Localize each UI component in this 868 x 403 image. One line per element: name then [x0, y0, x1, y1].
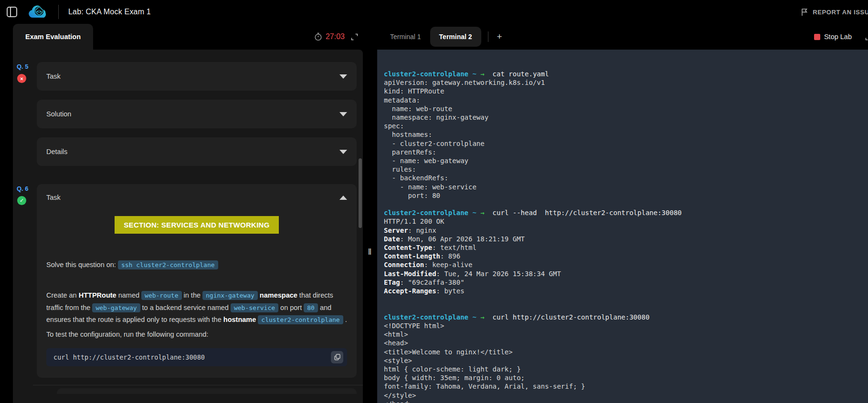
page-title: Lab: CKA Mock Exam 1	[68, 8, 151, 16]
terminal-line: cluster2-controlplane ~ → cat route.yaml	[384, 70, 865, 78]
terminal-line: name: web-route	[384, 104, 865, 113]
terminal-line: apiVersion: gateway.networking.k8s.io/v1	[384, 78, 865, 87]
terminal-line: Date: Mon, 06 Apr 2026 18:21:19 GMT	[384, 235, 865, 243]
terminal-line	[384, 295, 865, 304]
accordion-task-q6-expanded: Task SECTION: SERVICES AND NETWORKING So…	[37, 184, 357, 378]
chevron-down-icon	[339, 74, 347, 79]
terminal-line: </style>	[384, 391, 865, 400]
inline-code-chip: 80	[304, 303, 318, 312]
terminal-line: rules:	[384, 165, 865, 174]
text-segment: .	[343, 316, 347, 323]
sidebar-toggle-icon[interactable]	[7, 7, 17, 17]
inline-code-chip: web-gateway	[92, 303, 140, 312]
terminal-line: <title>Welcome to nginx!</title>	[384, 348, 865, 356]
question-list: Q. 5 × Task Solution Details	[13, 50, 363, 403]
prompt-path: ~	[472, 313, 480, 321]
command-text: curl http://cluster2-controlplane:30080	[53, 353, 205, 361]
terminal-line: hostnames:	[384, 130, 865, 139]
flag-icon	[801, 8, 808, 16]
accordion-task-q5[interactable]: Task	[37, 62, 357, 91]
question-5-fail-icon: ×	[17, 74, 26, 83]
topbar: <> Lab: CKA Mock Exam 1 REPORT AN ISSUE	[0, 0, 868, 24]
terminal-line: Connection: keep-alive	[384, 260, 865, 269]
report-issue-label: REPORT AN ISSUE	[813, 9, 868, 16]
terminal-line: <style>	[384, 356, 865, 365]
http-header-name: Server	[384, 227, 408, 234]
accordion-label: Task	[46, 194, 61, 201]
svg-text:<>: <>	[36, 9, 42, 14]
text-segment: to a backend service named	[140, 304, 231, 311]
http-header-name: Content-Length	[384, 252, 440, 260]
http-header-name: Accept-Ranges	[384, 287, 436, 295]
tab-terminal-2[interactable]: Terminal 2	[430, 27, 481, 47]
terminal-line: spec:	[384, 122, 865, 130]
prompt-host: cluster2-controlplane	[384, 209, 472, 217]
prompt-arrow-icon: →	[480, 313, 492, 321]
tab-terminal-1[interactable]: Terminal 1	[381, 27, 430, 47]
exam-evaluation-pane: Exam Evaluation 27:03	[13, 24, 363, 403]
tab-separator	[488, 31, 488, 42]
terminal-line: font-family: Tahoma, Verdana, Arial, san…	[384, 382, 865, 391]
tab-exam-evaluation[interactable]: Exam Evaluation	[13, 24, 93, 50]
terminal-line: body { width: 35em; margin: 0 auto;	[384, 373, 865, 382]
terminal-command: curl --head http://cluster2-controlplane…	[493, 209, 682, 217]
inline-code-chip: nginx-gateway	[202, 291, 258, 300]
cloud-code-logo-icon: <>	[28, 4, 50, 20]
prompt-path: ~	[472, 209, 480, 217]
prompt-path: ~	[472, 70, 480, 78]
test-instruction: To test the configuration, run the follo…	[46, 329, 347, 341]
stop-square-icon	[814, 34, 820, 40]
terminal-line: namespace: nginx-gateway	[384, 113, 865, 122]
accordion-solution-q5[interactable]: Solution	[37, 100, 357, 128]
expand-panel-icon[interactable]	[351, 33, 358, 41]
add-terminal-button[interactable]: +	[494, 31, 505, 42]
topbar-divider	[58, 5, 59, 19]
stop-lab-button[interactable]: Stop Lab	[814, 33, 868, 41]
text-segment: namespace	[260, 291, 297, 299]
prompt-host: cluster2-controlplane	[384, 313, 472, 321]
terminal-line: port: 80	[384, 191, 865, 200]
terminal-line: HTTP/1.1 200 OK	[384, 217, 865, 226]
chevron-down-icon	[339, 150, 347, 154]
http-header-name: Connection	[384, 261, 424, 269]
next-question-card-sliver[interactable]	[57, 388, 357, 394]
inline-code-chip: web-route	[141, 291, 181, 300]
stop-lab-label: Stop Lab	[824, 33, 852, 41]
terminal-pane: Terminal 1 Terminal 2 + Stop Lab cluster…	[377, 24, 868, 403]
terminal-line: Content-Length: 896	[384, 252, 865, 260]
question-6-label: Q. 6	[17, 185, 29, 192]
prompt-arrow-icon: →	[480, 70, 492, 78]
pane-resize-handle[interactable]: ‖	[363, 24, 377, 403]
expand-terminal-icon[interactable]	[865, 33, 868, 41]
main-split: Exam Evaluation 27:03	[0, 24, 868, 403]
terminal-output[interactable]: cluster2-controlplane ~ → cat route.yaml…	[377, 50, 868, 403]
inline-code-chip: ssh cluster2-controlplane	[118, 260, 218, 269]
terminal-command: curl http://cluster2-controlplane:30080	[493, 313, 650, 321]
text-segment: named	[116, 291, 141, 299]
text-segment: in the	[182, 291, 203, 299]
report-issue-button[interactable]: REPORT AN ISSUE	[801, 8, 868, 16]
accordion-task-q6-header[interactable]: Task	[46, 194, 347, 201]
terminal-tab-bar: Terminal 1 Terminal 2 + Stop Lab	[377, 24, 868, 50]
tab-exam-evaluation-label: Exam Evaluation	[25, 33, 81, 41]
text-segment: on port	[278, 304, 304, 311]
terminal-line: parentRefs:	[384, 148, 865, 156]
question-6: Q. 6 ✓ Task SECTION: SERVICES AND NETWOR…	[17, 184, 357, 394]
terminal-line	[384, 200, 865, 208]
text-segment: HTTPRoute	[79, 291, 116, 299]
accordion-details-q5[interactable]: Details	[37, 137, 357, 166]
question-5-label: Q. 5	[17, 63, 29, 70]
solve-instruction: Solve this question on: ssh cluster2-con…	[46, 259, 347, 271]
stopwatch-icon	[314, 32, 322, 41]
inline-code-chip: web-service	[231, 303, 278, 312]
copy-button[interactable]	[331, 351, 343, 363]
left-pane-scrollbar[interactable]	[359, 158, 362, 228]
inline-code-chip: cluster2-controlplane	[258, 315, 343, 324]
section-banner: SECTION: SERVICES AND NETWORKING	[115, 216, 278, 234]
terminal-line: metadata:	[384, 96, 865, 104]
prompt-host: cluster2-controlplane	[384, 70, 472, 78]
chevron-down-icon	[339, 112, 347, 116]
chevron-up-icon	[339, 196, 347, 200]
terminal-line: html { color-scheme: light dark; }	[384, 365, 865, 373]
accordion-label: Solution	[46, 110, 71, 118]
